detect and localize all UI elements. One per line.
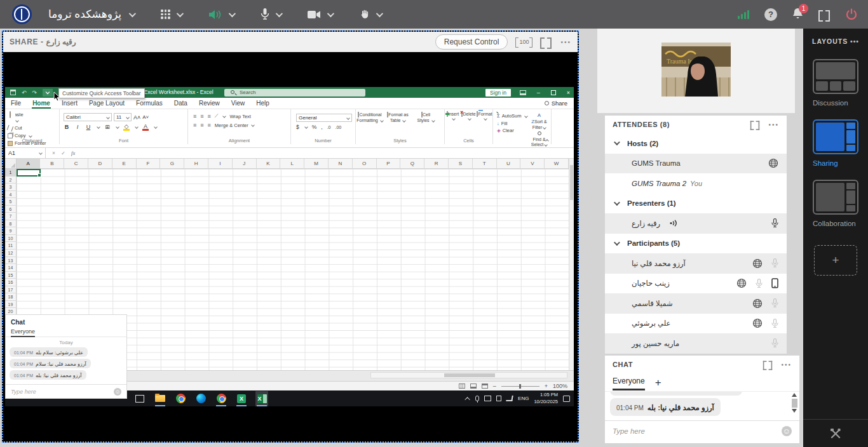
tray-display-icon[interactable] (484, 396, 491, 401)
column-header[interactable]: W (545, 159, 569, 168)
row-header[interactable]: 2 (5, 177, 17, 184)
chrome-button[interactable] (174, 391, 187, 406)
excel-search-box[interactable]: Search (224, 89, 365, 97)
attendee-row[interactable]: زينب حاجيان (605, 274, 787, 294)
fill-color-button[interactable]: ◇ (123, 123, 130, 131)
attendee-row[interactable]: شميلا قاسمي (605, 293, 787, 314)
tray-network-icon[interactable] (506, 396, 513, 401)
attendee-row[interactable]: ماريه حسين پور (605, 333, 787, 354)
row-header[interactable]: 1 (5, 169, 17, 177)
chrome-button-2[interactable] (215, 391, 227, 406)
ribbon-display-icon[interactable] (520, 90, 526, 95)
column-header[interactable]: C (64, 159, 88, 168)
align-middle-icon[interactable]: ≡ (200, 113, 203, 119)
column-header[interactable]: F (137, 159, 161, 168)
cancel-entry-icon[interactable]: × (52, 150, 55, 156)
attendee-row[interactable]: Participants (5) (605, 234, 787, 254)
align-left-icon[interactable]: ≡ (193, 122, 196, 128)
row-header[interactable]: 3 (5, 183, 17, 191)
section-chevron-icon[interactable] (614, 199, 620, 206)
column-header[interactable]: M (304, 159, 329, 168)
font-name-select[interactable]: Calibri (64, 113, 112, 121)
overlay-chat-tab-everyone[interactable]: Everyone (11, 328, 35, 337)
format-cells-button[interactable]: Format (477, 112, 492, 121)
mic-control[interactable] (261, 8, 281, 20)
help-icon[interactable]: ? (764, 8, 777, 21)
decrease-decimal-button[interactable]: .00 (336, 125, 342, 130)
layouts-menu-icon[interactable]: ••• (850, 37, 859, 45)
accounting-format-button[interactable]: $ (296, 124, 299, 130)
excel-tab[interactable]: Formulas (130, 98, 168, 109)
excel-tab[interactable]: Data (168, 98, 193, 109)
attendee-row[interactable]: آرزو محمد قلي نيا (605, 253, 787, 274)
request-control-button[interactable]: Request Control (435, 34, 508, 50)
column-header[interactable]: D (88, 159, 112, 168)
layout-item[interactable]: Sharing (813, 119, 858, 167)
chat-fullscreen-icon[interactable] (763, 361, 772, 368)
column-header[interactable]: P (377, 159, 401, 168)
save-icon[interactable] (10, 90, 16, 95)
undo-icon[interactable]: ↶ (22, 90, 27, 96)
confirm-entry-icon[interactable]: ✓ (61, 150, 65, 156)
align-center-icon[interactable]: ≡ (200, 122, 203, 128)
column-header[interactable]: A (17, 159, 41, 168)
row-header[interactable]: 7 (5, 213, 17, 220)
speaker-control[interactable] (208, 9, 234, 20)
chat-scrollbar[interactable] (790, 393, 798, 420)
align-right-icon[interactable]: ≡ (208, 122, 211, 128)
row-header[interactable]: 13 (5, 257, 17, 265)
format-as-table-button[interactable]: Format asTable (384, 112, 412, 124)
restore-button[interactable] (551, 90, 556, 95)
attendees-fullscreen-icon[interactable] (750, 121, 759, 128)
mic-muted-gray-icon[interactable] (771, 338, 778, 348)
raise-hand-control[interactable] (359, 8, 381, 20)
manage-layouts-tools-icon[interactable] (829, 427, 842, 440)
column-header[interactable]: S (449, 159, 473, 168)
row-header[interactable]: 18 (5, 293, 17, 301)
column-header[interactable]: Q (400, 159, 424, 168)
select-all-corner[interactable] (5, 159, 17, 168)
merge-center-button[interactable]: Merge & Center (215, 123, 254, 128)
column-header[interactable]: K (257, 159, 281, 168)
fullscreen-icon[interactable] (818, 10, 830, 19)
task-view-button[interactable] (133, 391, 146, 406)
sort-filter-button[interactable]: AZSort & Filter (530, 112, 549, 131)
cell-styles-button[interactable]: CellStyles (412, 112, 440, 124)
row-header[interactable]: 11 (5, 242, 17, 250)
font-color-button[interactable]: A (142, 123, 149, 131)
column-header[interactable]: L (280, 159, 304, 168)
row-header[interactable]: 14 (5, 264, 17, 272)
room-menu-chevron-icon[interactable] (129, 10, 136, 17)
share-pod-menu-icon[interactable]: ••• (560, 39, 571, 46)
attendee-row[interactable]: Hosts (2) (605, 133, 787, 154)
underline-button[interactable]: U (85, 124, 92, 130)
borders-button[interactable]: ⊞ (104, 124, 111, 130)
row-header[interactable]: 9 (5, 227, 17, 235)
percent-button[interactable]: % (312, 124, 317, 130)
minimize-button[interactable]: – (537, 90, 540, 96)
row-header[interactable]: 8 (5, 220, 17, 228)
zoom-in-button[interactable]: + (545, 383, 548, 389)
insert-function-icon[interactable]: fx (71, 150, 75, 156)
name-box[interactable]: A1 (5, 148, 46, 158)
cut-button[interactable]: Cut (8, 125, 46, 131)
orientation-button[interactable]: ⟋ (215, 113, 219, 119)
section-chevron-icon[interactable] (614, 239, 620, 246)
shrink-font-button[interactable]: A˅ (142, 114, 149, 120)
room-title[interactable]: پژوهشکده تروما (48, 8, 121, 21)
excel-file-button[interactable]: X (235, 391, 248, 406)
excel-tab[interactable]: View (226, 98, 251, 109)
apps-menu[interactable] (161, 10, 182, 19)
customize-qat-button[interactable] (43, 89, 53, 97)
row-header[interactable]: 16 (5, 279, 17, 286)
conditional-formatting-button[interactable]: ConditionalFormatting (356, 112, 384, 124)
scroll-down-icon[interactable] (792, 409, 797, 413)
align-bottom-icon[interactable]: ≡ (208, 113, 211, 119)
mic-muted-gray-icon[interactable] (771, 319, 778, 328)
scroll-up-icon[interactable] (792, 393, 797, 397)
attendee-row[interactable]: رقيه زارع (605, 213, 787, 234)
column-header[interactable]: J (233, 159, 257, 168)
close-button[interactable]: × (567, 90, 570, 96)
emoticon-icon[interactable]: ☺ (782, 426, 792, 436)
number-format-select[interactable]: General (296, 114, 352, 122)
